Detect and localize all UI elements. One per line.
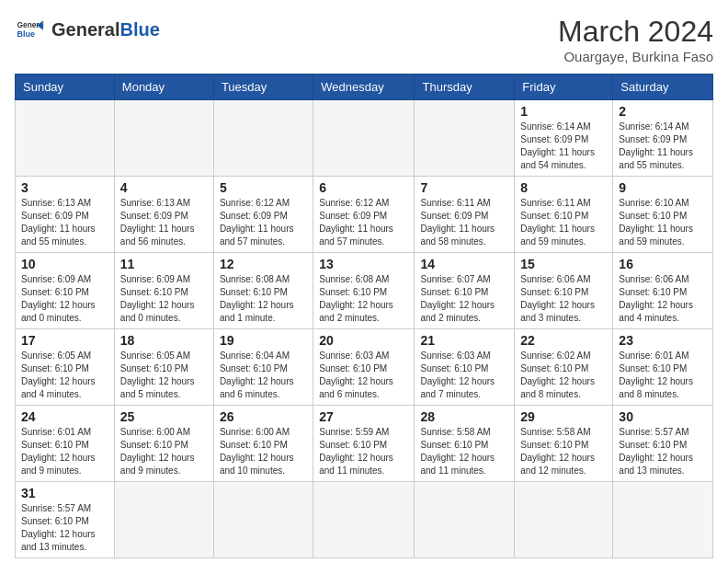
day-number: 12 — [220, 257, 307, 271]
day-info: Sunrise: 6:14 AM Sunset: 6:09 PM Dayligh… — [619, 121, 707, 172]
table-row: 28Sunrise: 5:58 AM Sunset: 6:10 PM Dayli… — [415, 406, 515, 482]
logo-icon: General Blue — [15, 15, 44, 44]
table-row: 14Sunrise: 6:07 AM Sunset: 6:10 PM Dayli… — [415, 253, 515, 329]
day-info: Sunrise: 6:09 AM Sunset: 6:10 PM Dayligh… — [21, 273, 108, 325]
day-info: Sunrise: 6:12 AM Sunset: 6:09 PM Dayligh… — [319, 197, 408, 248]
table-row: 21Sunrise: 6:03 AM Sunset: 6:10 PM Dayli… — [415, 329, 515, 406]
table-row — [213, 482, 313, 558]
table-row — [213, 100, 313, 177]
table-row — [114, 482, 213, 558]
day-info: Sunrise: 6:05 AM Sunset: 6:10 PM Dayligh… — [21, 350, 108, 401]
table-row: 18Sunrise: 6:05 AM Sunset: 6:10 PM Dayli… — [114, 329, 213, 406]
col-sunday: Sunday — [16, 75, 115, 100]
day-number: 25 — [120, 409, 208, 424]
day-info: Sunrise: 6:07 AM Sunset: 6:10 PM Dayligh… — [420, 273, 508, 325]
table-row: 25Sunrise: 6:00 AM Sunset: 6:10 PM Dayli… — [114, 406, 213, 482]
day-number: 27 — [319, 409, 408, 424]
day-number: 13 — [319, 257, 408, 271]
day-info: Sunrise: 6:10 AM Sunset: 6:10 PM Dayligh… — [619, 197, 707, 248]
title-block: March 2024 Ouargaye, Burkina Faso — [558, 15, 713, 64]
calendar-week-row: 17Sunrise: 6:05 AM Sunset: 6:10 PM Dayli… — [16, 329, 713, 406]
day-info: Sunrise: 6:06 AM Sunset: 6:10 PM Dayligh… — [520, 273, 607, 325]
day-number: 31 — [21, 486, 108, 500]
col-saturday: Saturday — [613, 75, 713, 100]
calendar-week-row: 31Sunrise: 5:57 AM Sunset: 6:10 PM Dayli… — [16, 482, 713, 558]
col-friday: Friday — [515, 75, 613, 100]
location: Ouargaye, Burkina Faso — [558, 49, 713, 64]
table-row: 7Sunrise: 6:11 AM Sunset: 6:09 PM Daylig… — [415, 177, 515, 253]
col-thursday: Thursday — [415, 75, 515, 100]
day-number: 17 — [21, 333, 108, 348]
table-row: 20Sunrise: 6:03 AM Sunset: 6:10 PM Dayli… — [313, 329, 415, 406]
calendar-week-row: 3Sunrise: 6:13 AM Sunset: 6:09 PM Daylig… — [16, 177, 713, 253]
table-row: 16Sunrise: 6:06 AM Sunset: 6:10 PM Dayli… — [613, 253, 713, 329]
day-number: 6 — [319, 180, 408, 195]
table-row — [16, 100, 115, 177]
day-info: Sunrise: 6:08 AM Sunset: 6:10 PM Dayligh… — [319, 273, 408, 325]
table-row: 4Sunrise: 6:13 AM Sunset: 6:09 PM Daylig… — [114, 177, 213, 253]
day-info: Sunrise: 5:59 AM Sunset: 6:10 PM Dayligh… — [319, 426, 408, 477]
day-info: Sunrise: 6:03 AM Sunset: 6:10 PM Dayligh… — [319, 350, 408, 401]
day-info: Sunrise: 6:09 AM Sunset: 6:10 PM Dayligh… — [120, 273, 208, 325]
day-number: 23 — [619, 333, 707, 348]
table-row — [313, 100, 415, 177]
day-number: 5 — [220, 180, 307, 195]
table-row: 15Sunrise: 6:06 AM Sunset: 6:10 PM Dayli… — [515, 253, 613, 329]
day-number: 7 — [420, 180, 508, 195]
table-row: 8Sunrise: 6:11 AM Sunset: 6:10 PM Daylig… — [515, 177, 613, 253]
day-info: Sunrise: 5:58 AM Sunset: 6:10 PM Dayligh… — [420, 426, 508, 477]
col-monday: Monday — [114, 75, 213, 100]
calendar-table: Sunday Monday Tuesday Wednesday Thursday… — [15, 74, 713, 558]
day-number: 15 — [520, 257, 607, 271]
day-info: Sunrise: 6:13 AM Sunset: 6:09 PM Dayligh… — [21, 197, 108, 248]
calendar-week-row: 10Sunrise: 6:09 AM Sunset: 6:10 PM Dayli… — [16, 253, 713, 329]
table-row: 22Sunrise: 6:02 AM Sunset: 6:10 PM Dayli… — [515, 329, 613, 406]
day-info: Sunrise: 6:04 AM Sunset: 6:10 PM Dayligh… — [220, 350, 307, 401]
day-number: 8 — [520, 180, 607, 195]
day-number: 21 — [420, 333, 508, 348]
day-info: Sunrise: 6:12 AM Sunset: 6:09 PM Dayligh… — [220, 197, 307, 248]
table-row: 13Sunrise: 6:08 AM Sunset: 6:10 PM Dayli… — [313, 253, 415, 329]
day-number: 4 — [120, 180, 208, 195]
table-row: 11Sunrise: 6:09 AM Sunset: 6:10 PM Dayli… — [114, 253, 213, 329]
day-info: Sunrise: 5:58 AM Sunset: 6:10 PM Dayligh… — [520, 426, 607, 477]
header: General Blue GeneralBlue March 2024 Ouar… — [15, 15, 713, 64]
day-info: Sunrise: 6:00 AM Sunset: 6:10 PM Dayligh… — [120, 426, 208, 477]
day-number: 29 — [520, 409, 607, 424]
day-number: 3 — [21, 180, 108, 195]
day-number: 22 — [520, 333, 607, 348]
day-info: Sunrise: 6:00 AM Sunset: 6:10 PM Dayligh… — [220, 426, 307, 477]
table-row — [415, 482, 515, 558]
table-row: 5Sunrise: 6:12 AM Sunset: 6:09 PM Daylig… — [213, 177, 313, 253]
day-number: 14 — [420, 257, 508, 271]
logo-general: GeneralBlue — [51, 19, 160, 40]
calendar-week-row: 1Sunrise: 6:14 AM Sunset: 6:09 PM Daylig… — [16, 100, 713, 177]
day-number: 1 — [520, 104, 607, 119]
table-row — [515, 482, 613, 558]
table-row — [313, 482, 415, 558]
table-row: 23Sunrise: 6:01 AM Sunset: 6:10 PM Dayli… — [613, 329, 713, 406]
table-row: 24Sunrise: 6:01 AM Sunset: 6:10 PM Dayli… — [16, 406, 115, 482]
logo: General Blue GeneralBlue — [15, 15, 160, 44]
table-row: 30Sunrise: 5:57 AM Sunset: 6:10 PM Dayli… — [613, 406, 713, 482]
day-info: Sunrise: 6:01 AM Sunset: 6:10 PM Dayligh… — [619, 350, 707, 401]
day-number: 19 — [220, 333, 307, 348]
day-info: Sunrise: 6:11 AM Sunset: 6:10 PM Dayligh… — [520, 197, 607, 248]
table-row: 19Sunrise: 6:04 AM Sunset: 6:10 PM Dayli… — [213, 329, 313, 406]
col-tuesday: Tuesday — [213, 75, 313, 100]
day-number: 30 — [619, 409, 707, 424]
table-row: 9Sunrise: 6:10 AM Sunset: 6:10 PM Daylig… — [613, 177, 713, 253]
table-row: 29Sunrise: 5:58 AM Sunset: 6:10 PM Dayli… — [515, 406, 613, 482]
day-number: 26 — [220, 409, 307, 424]
day-number: 2 — [619, 104, 707, 119]
day-number: 18 — [120, 333, 208, 348]
month-year: March 2024 — [558, 15, 713, 49]
day-info: Sunrise: 6:13 AM Sunset: 6:09 PM Dayligh… — [120, 197, 208, 248]
day-info: Sunrise: 5:57 AM Sunset: 6:10 PM Dayligh… — [21, 502, 108, 554]
table-row: 26Sunrise: 6:00 AM Sunset: 6:10 PM Dayli… — [213, 406, 313, 482]
page: General Blue GeneralBlue March 2024 Ouar… — [0, 0, 728, 563]
col-wednesday: Wednesday — [313, 75, 415, 100]
table-row — [114, 100, 213, 177]
table-row: 3Sunrise: 6:13 AM Sunset: 6:09 PM Daylig… — [16, 177, 115, 253]
table-row — [613, 482, 713, 558]
